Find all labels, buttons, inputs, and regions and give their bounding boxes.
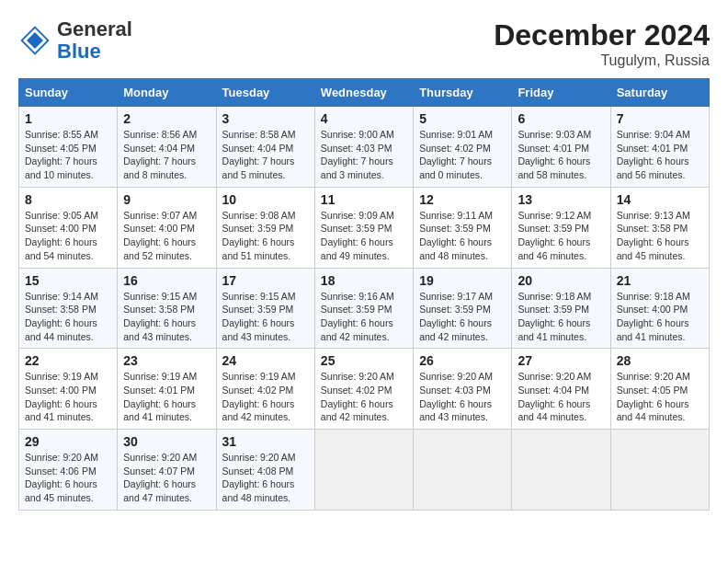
svg-marker-1 xyxy=(27,32,43,49)
day-number: 22 xyxy=(25,353,111,368)
day-number: 12 xyxy=(419,192,506,207)
day-info: Sunrise: 9:11 AMSunset: 3:59 PMDaylight:… xyxy=(419,209,506,263)
day-info: Sunrise: 9:00 AMSunset: 4:03 PMDaylight:… xyxy=(321,128,407,182)
logo: General Blue xyxy=(18,18,132,63)
calendar-cell: 3Sunrise: 8:58 AMSunset: 4:04 PMDaylight… xyxy=(216,107,314,188)
calendar-cell: 29Sunrise: 9:20 AMSunset: 4:06 PMDayligh… xyxy=(19,430,118,511)
calendar-cell: 5Sunrise: 9:01 AMSunset: 4:02 PMDaylight… xyxy=(414,107,512,188)
week-row-4: 22Sunrise: 9:19 AMSunset: 4:00 PMDayligh… xyxy=(19,349,710,430)
day-number: 26 xyxy=(419,353,506,368)
day-number: 15 xyxy=(25,273,111,288)
calendar-cell: 21Sunrise: 9:18 AMSunset: 4:00 PMDayligh… xyxy=(610,268,709,349)
day-info: Sunrise: 9:04 AMSunset: 4:01 PMDaylight:… xyxy=(617,128,703,182)
calendar-cell: 26Sunrise: 9:20 AMSunset: 4:03 PMDayligh… xyxy=(414,349,512,430)
day-info: Sunrise: 9:01 AMSunset: 4:02 PMDaylight:… xyxy=(419,128,506,182)
weekday-header-sunday: Sunday xyxy=(19,79,118,107)
weekday-header-tuesday: Tuesday xyxy=(216,79,314,107)
day-number: 11 xyxy=(321,192,407,207)
day-info: Sunrise: 9:18 AMSunset: 4:00 PMDaylight:… xyxy=(617,290,703,344)
day-info: Sunrise: 9:03 AMSunset: 4:01 PMDaylight:… xyxy=(518,128,604,182)
day-info: Sunrise: 9:19 AMSunset: 4:01 PMDaylight:… xyxy=(123,370,210,424)
day-info: Sunrise: 9:14 AMSunset: 3:58 PMDaylight:… xyxy=(25,290,111,344)
week-row-3: 15Sunrise: 9:14 AMSunset: 3:58 PMDayligh… xyxy=(19,268,710,349)
logo-general: General xyxy=(57,17,132,40)
day-number: 8 xyxy=(25,192,111,207)
calendar-cell xyxy=(512,430,610,511)
calendar-cell: 20Sunrise: 9:18 AMSunset: 3:59 PMDayligh… xyxy=(512,268,610,349)
day-info: Sunrise: 9:20 AMSunset: 4:06 PMDaylight:… xyxy=(25,451,111,505)
day-number: 20 xyxy=(518,273,604,288)
day-number: 1 xyxy=(25,111,111,126)
calendar-cell: 14Sunrise: 9:13 AMSunset: 3:58 PMDayligh… xyxy=(610,187,709,268)
day-info: Sunrise: 9:18 AMSunset: 3:59 PMDaylight:… xyxy=(518,290,604,344)
day-number: 29 xyxy=(25,434,111,449)
calendar-cell xyxy=(314,430,413,511)
calendar-cell: 1Sunrise: 8:55 AMSunset: 4:05 PMDaylight… xyxy=(19,107,118,188)
calendar-cell: 16Sunrise: 9:15 AMSunset: 3:58 PMDayligh… xyxy=(118,268,216,349)
week-row-2: 8Sunrise: 9:05 AMSunset: 4:00 PMDaylight… xyxy=(19,187,710,268)
day-info: Sunrise: 9:20 AMSunset: 4:02 PMDaylight:… xyxy=(321,370,407,424)
day-info: Sunrise: 9:15 AMSunset: 3:59 PMDaylight:… xyxy=(222,290,309,344)
calendar-cell: 24Sunrise: 9:19 AMSunset: 4:02 PMDayligh… xyxy=(216,349,314,430)
logo-icon xyxy=(18,24,51,57)
calendar-cell: 27Sunrise: 9:20 AMSunset: 4:04 PMDayligh… xyxy=(512,349,610,430)
calendar-cell: 12Sunrise: 9:11 AMSunset: 3:59 PMDayligh… xyxy=(414,187,512,268)
calendar-cell: 10Sunrise: 9:08 AMSunset: 3:59 PMDayligh… xyxy=(216,187,314,268)
calendar-cell: 13Sunrise: 9:12 AMSunset: 3:59 PMDayligh… xyxy=(512,187,610,268)
calendar-cell xyxy=(610,430,709,511)
day-number: 2 xyxy=(123,111,210,126)
weekday-header-wednesday: Wednesday xyxy=(314,79,413,107)
weekday-header-monday: Monday xyxy=(118,79,216,107)
day-number: 27 xyxy=(518,353,604,368)
calendar-cell: 8Sunrise: 9:05 AMSunset: 4:00 PMDaylight… xyxy=(19,187,118,268)
day-info: Sunrise: 9:07 AMSunset: 4:00 PMDaylight:… xyxy=(123,209,210,263)
calendar-cell xyxy=(414,430,512,511)
day-info: Sunrise: 9:12 AMSunset: 3:59 PMDaylight:… xyxy=(518,209,604,263)
day-number: 23 xyxy=(123,353,210,368)
day-number: 24 xyxy=(222,353,309,368)
day-number: 30 xyxy=(123,434,210,449)
calendar-title: December 2024 xyxy=(494,18,710,52)
calendar-subtitle: Tugulym, Russia xyxy=(494,52,710,69)
calendar-cell: 28Sunrise: 9:20 AMSunset: 4:05 PMDayligh… xyxy=(610,349,709,430)
day-number: 19 xyxy=(419,273,506,288)
day-number: 7 xyxy=(617,111,703,126)
header: General Blue December 2024 Tugulym, Russ… xyxy=(18,18,710,69)
logo-text: General Blue xyxy=(57,18,132,63)
calendar-cell: 31Sunrise: 9:20 AMSunset: 4:08 PMDayligh… xyxy=(216,430,314,511)
day-number: 13 xyxy=(518,192,604,207)
day-info: Sunrise: 9:16 AMSunset: 3:59 PMDaylight:… xyxy=(321,290,407,344)
day-number: 21 xyxy=(617,273,703,288)
day-number: 14 xyxy=(617,192,703,207)
weekday-header-row: SundayMondayTuesdayWednesdayThursdayFrid… xyxy=(19,79,710,107)
day-number: 10 xyxy=(222,192,309,207)
calendar-cell: 19Sunrise: 9:17 AMSunset: 3:59 PMDayligh… xyxy=(414,268,512,349)
day-number: 6 xyxy=(518,111,604,126)
day-info: Sunrise: 9:19 AMSunset: 4:00 PMDaylight:… xyxy=(25,370,111,424)
day-info: Sunrise: 9:08 AMSunset: 3:59 PMDaylight:… xyxy=(222,209,309,263)
weekday-header-thursday: Thursday xyxy=(414,79,512,107)
day-info: Sunrise: 9:13 AMSunset: 3:58 PMDaylight:… xyxy=(617,209,703,263)
day-number: 28 xyxy=(617,353,703,368)
day-number: 3 xyxy=(222,111,309,126)
calendar-cell: 2Sunrise: 8:56 AMSunset: 4:04 PMDaylight… xyxy=(118,107,216,188)
calendar-cell: 7Sunrise: 9:04 AMSunset: 4:01 PMDaylight… xyxy=(610,107,709,188)
calendar-cell: 11Sunrise: 9:09 AMSunset: 3:59 PMDayligh… xyxy=(314,187,413,268)
logo-blue: Blue xyxy=(57,40,101,63)
day-info: Sunrise: 9:20 AMSunset: 4:07 PMDaylight:… xyxy=(123,451,210,505)
day-info: Sunrise: 9:15 AMSunset: 3:58 PMDaylight:… xyxy=(123,290,210,344)
day-info: Sunrise: 9:20 AMSunset: 4:05 PMDaylight:… xyxy=(617,370,703,424)
day-number: 5 xyxy=(419,111,506,126)
calendar-cell: 15Sunrise: 9:14 AMSunset: 3:58 PMDayligh… xyxy=(19,268,118,349)
calendar-cell: 18Sunrise: 9:16 AMSunset: 3:59 PMDayligh… xyxy=(314,268,413,349)
weekday-header-saturday: Saturday xyxy=(610,79,709,107)
day-info: Sunrise: 9:09 AMSunset: 3:59 PMDaylight:… xyxy=(321,209,407,263)
day-number: 4 xyxy=(321,111,407,126)
day-info: Sunrise: 8:58 AMSunset: 4:04 PMDaylight:… xyxy=(222,128,309,182)
calendar-cell: 6Sunrise: 9:03 AMSunset: 4:01 PMDaylight… xyxy=(512,107,610,188)
day-info: Sunrise: 8:55 AMSunset: 4:05 PMDaylight:… xyxy=(25,128,111,182)
day-info: Sunrise: 9:19 AMSunset: 4:02 PMDaylight:… xyxy=(222,370,309,424)
day-number: 17 xyxy=(222,273,309,288)
day-info: Sunrise: 9:20 AMSunset: 4:04 PMDaylight:… xyxy=(518,370,604,424)
day-number: 31 xyxy=(222,434,309,449)
